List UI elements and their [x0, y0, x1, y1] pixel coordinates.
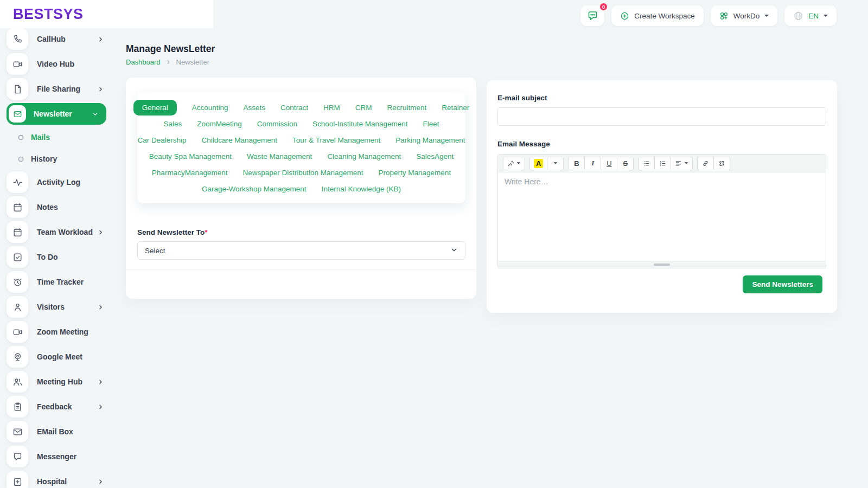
tab-retainer[interactable]: Retainer: [442, 104, 469, 112]
insert-link-button[interactable]: [697, 157, 714, 170]
workdo-menu-button[interactable]: WorkDo: [711, 5, 778, 26]
tab-commission[interactable]: Commission: [257, 120, 297, 128]
chevron-right-icon: [97, 36, 104, 43]
tab-school-institute-management[interactable]: School-Institute Management: [312, 120, 408, 128]
create-workspace-button[interactable]: Create Workspace: [611, 5, 704, 26]
ordered-list-button[interactable]: [654, 157, 671, 170]
sidebar-item-meeting-hub[interactable]: Meeting Hub: [0, 369, 115, 394]
tab-accounting[interactable]: Accounting: [192, 104, 228, 112]
chevron-down-icon: [685, 162, 688, 164]
sidebar-item-to-do[interactable]: To Do: [0, 245, 115, 269]
unordered-list-button[interactable]: [638, 157, 655, 170]
sidebar-item-email-box[interactable]: EMail Box: [0, 419, 115, 444]
tab-waste-management[interactable]: Waste Management: [247, 152, 312, 160]
tab-tour-travel-management[interactable]: Tour & Travel Management: [292, 136, 380, 144]
bold-button[interactable]: B: [568, 157, 585, 170]
clipboard-icon: [7, 396, 28, 418]
tab-newspaper-distribution-management[interactable]: Newspaper Distribution Management: [242, 169, 363, 177]
language-label: EN: [808, 12, 819, 20]
numbered-list-icon: [659, 160, 666, 167]
font-color-dropdown-button[interactable]: [547, 157, 564, 170]
header-actions: 0 Create Workspace WorkDo EN: [580, 5, 837, 26]
tab-row: GeneralAccountingAssetsContractHRMCRMRec…: [143, 99, 460, 115]
category-tabs-card: GeneralAccountingAssetsContractHRMCRMRec…: [137, 92, 465, 203]
sidebar-item-activity-log[interactable]: Activity Log: [0, 170, 115, 195]
underline-button[interactable]: U: [601, 157, 617, 170]
editor-resize-handle[interactable]: [654, 264, 670, 266]
send-newsletter-to-label: Send Newsletter To*: [137, 228, 208, 236]
tab-sales[interactable]: Sales: [163, 120, 182, 128]
chevron-right-icon: [97, 86, 104, 93]
newsletter-settings-card: GeneralAccountingAssetsContractHRMCRMRec…: [126, 78, 476, 299]
chevron-right-icon: [97, 229, 104, 236]
tab-hrm[interactable]: HRM: [323, 104, 340, 112]
compose-email-card: E-mail subject Email Message A: [487, 80, 837, 313]
tab-parking-management[interactable]: Parking Management: [395, 136, 465, 144]
sidebar-item-visitors[interactable]: Visitors: [0, 294, 115, 319]
sidebar-item-feedback[interactable]: Feedback: [0, 394, 115, 419]
tab-row: SalesZoomMeetingCommissionSchool-Institu…: [143, 115, 460, 132]
tab-childcare-management[interactable]: Childcare Management: [202, 136, 278, 144]
create-workspace-label: Create Workspace: [634, 12, 695, 20]
chat-badge: 0: [599, 2, 608, 11]
breadcrumb-current: Newsletter: [176, 58, 209, 66]
send-newsletter-to-select[interactable]: Select: [137, 241, 465, 260]
sidebar-item-callhub[interactable]: CallHub: [0, 27, 115, 52]
sidebar-item-google-meet[interactable]: Google Meet: [0, 344, 115, 369]
users-icon: [7, 371, 28, 393]
strikethrough-button[interactable]: S: [617, 157, 634, 170]
sidebar-item-time-tracker[interactable]: Time Tracker: [0, 269, 115, 294]
sidebar-item-messenger[interactable]: Messenger: [0, 444, 115, 469]
language-menu-button[interactable]: EN: [784, 5, 837, 26]
sidebar-item-file-sharing[interactable]: File Sharing: [0, 76, 115, 101]
chevron-right-icon: [97, 478, 104, 485]
font-color-button[interactable]: A: [529, 157, 547, 170]
envelope-icon: [9, 105, 26, 123]
sidebar-item-zoom-meeting[interactable]: Zoom Meeting: [0, 319, 115, 344]
person-icon: [7, 296, 28, 318]
tab-general[interactable]: General: [133, 100, 177, 115]
italic-button[interactable]: I: [584, 157, 601, 170]
editor-statusbar: [498, 261, 826, 268]
tab-car-dealership[interactable]: Car Dealership: [137, 136, 186, 144]
tab-crm[interactable]: CRM: [355, 104, 372, 112]
chat-button[interactable]: 0: [580, 5, 604, 26]
paragraph-align-button[interactable]: [671, 157, 693, 170]
phone-icon: [7, 28, 28, 50]
sidebar-item-notes[interactable]: Notes: [0, 195, 115, 220]
sidebar-item-newsletter[interactable]: Newsletter: [7, 103, 106, 125]
sidebar-item-history[interactable]: History: [0, 148, 115, 170]
check-square-icon: [7, 246, 28, 268]
tab-property-management[interactable]: Property Management: [379, 169, 451, 177]
tab-assets[interactable]: Assets: [243, 104, 265, 112]
tab-zoommeeting[interactable]: ZoomMeeting: [197, 120, 242, 128]
chevron-down-icon: [92, 111, 99, 118]
email-subject-input[interactable]: [497, 107, 826, 126]
sidebar-item-hospital[interactable]: Hospital: [0, 469, 115, 488]
tab-row: Car DealershipChildcare ManagementTour &…: [143, 132, 460, 148]
sidebar-item-team-workload[interactable]: Team Workload: [0, 220, 115, 245]
tab-salesagent[interactable]: SalesAgent: [416, 152, 454, 160]
brand-logo[interactable]: BESTSYS: [13, 6, 84, 23]
tab-recruitment[interactable]: Recruitment: [387, 104, 427, 112]
tab-row: Garage-Workshop ManagementInternal Knowl…: [143, 181, 460, 197]
tab-pharmacymanagement[interactable]: PharmacyManagement: [152, 169, 228, 177]
circle-bullet-icon: [17, 155, 25, 163]
tab-beauty-spa-management[interactable]: Beauty Spa Management: [149, 152, 232, 160]
card-footer-divider: [126, 269, 476, 270]
chevron-down-icon: [764, 15, 769, 17]
sidebar-item-video-hub[interactable]: Video Hub: [0, 52, 115, 76]
style-dropdown-button[interactable]: [503, 157, 525, 170]
chevron-right-icon: [165, 59, 171, 65]
breadcrumb-dashboard-link[interactable]: Dashboard: [126, 58, 161, 66]
file-icon: [7, 78, 28, 100]
editor-body[interactable]: Write Here…: [498, 172, 826, 261]
send-newsletters-button[interactable]: Send Newsletters: [743, 275, 822, 293]
tab-garage-workshop-management[interactable]: Garage-Workshop Management: [202, 185, 307, 193]
sidebar-item-mails[interactable]: Mails: [0, 126, 115, 148]
tab-internal-knowledge-kb-[interactable]: Internal Knowledge (KB): [322, 185, 401, 193]
tab-contract[interactable]: Contract: [280, 104, 308, 112]
tab-fleet[interactable]: Fleet: [423, 120, 439, 128]
unlink-button[interactable]: [713, 157, 730, 170]
tab-cleaning-management[interactable]: Cleaning Management: [327, 152, 401, 160]
